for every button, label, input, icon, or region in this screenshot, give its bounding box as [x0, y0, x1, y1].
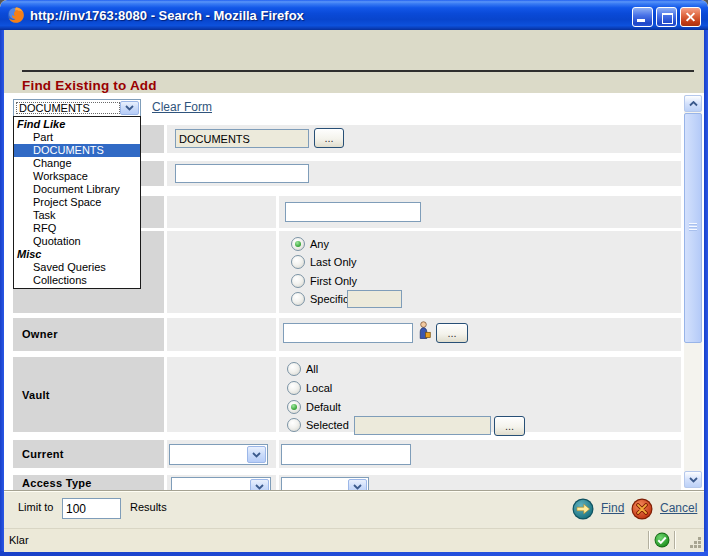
- radio-any-label: Any: [310, 238, 329, 250]
- cancel-link[interactable]: Cancel: [660, 501, 697, 515]
- vault-browse-button[interactable]: ...: [494, 416, 525, 436]
- statusbar-separator: [648, 531, 650, 549]
- type-select[interactable]: DOCUMENTS: [13, 99, 141, 117]
- dropdown-item-document-library[interactable]: Document Library: [14, 183, 140, 196]
- security-ok-icon[interactable]: [654, 532, 670, 548]
- radio-vault-selected-label: Selected: [306, 419, 349, 431]
- vertical-scrollbar[interactable]: [684, 95, 702, 488]
- type-dropdown-list[interactable]: Find Like Part DOCUMENTS Change Workspac…: [13, 116, 141, 289]
- current-field[interactable]: [281, 444, 411, 465]
- owner-operator-cell: [167, 318, 276, 351]
- limit-label: Limit to: [18, 501, 53, 513]
- limit-input[interactable]: [62, 498, 121, 519]
- vault-operator-cell: [167, 357, 276, 432]
- header-rule: [22, 70, 694, 72]
- dropdown-group-header: Find Like: [14, 118, 140, 131]
- minimize-icon: [637, 19, 645, 22]
- specific-revision-field[interactable]: [347, 290, 402, 308]
- radio-first-only[interactable]: [291, 274, 305, 288]
- close-icon: [681, 8, 700, 26]
- owner-field[interactable]: [283, 323, 413, 343]
- dropdown-item-task[interactable]: Task: [14, 209, 140, 222]
- access-type-label: Access Type: [22, 477, 92, 489]
- radio-vault-all[interactable]: [287, 362, 301, 376]
- name-field[interactable]: [175, 164, 309, 183]
- window-border-right: [704, 30, 708, 556]
- radio-vault-local-label: Local: [306, 382, 332, 394]
- row4-operator-cell: [167, 231, 276, 313]
- footer-bar: Limit to Results Find Canc: [4, 490, 704, 529]
- radio-any[interactable]: [291, 237, 305, 251]
- window-title: http://inv1763:8080 - Search - Mozilla F…: [30, 8, 304, 23]
- vault-selected-field[interactable]: [354, 416, 491, 435]
- page-title: Find Existing to Add: [22, 78, 157, 93]
- dropdown-item-rfq[interactable]: RFQ: [14, 222, 140, 235]
- chevron-down-icon[interactable]: [247, 446, 266, 463]
- results-label: Results: [130, 501, 167, 513]
- status-bar: Klar: [4, 528, 704, 552]
- dropdown-item-change[interactable]: Change: [14, 157, 140, 170]
- radio-specific-label: Specific: [310, 293, 349, 305]
- resize-grip[interactable]: [688, 535, 702, 549]
- dropdown-item-quotation[interactable]: Quotation: [14, 235, 140, 248]
- owner-browse-button[interactable]: ...: [436, 323, 468, 343]
- cancel-icon[interactable]: [631, 498, 653, 520]
- dropdown-group-header: Misc: [14, 248, 140, 261]
- radio-last-only[interactable]: [291, 255, 305, 269]
- clear-form-link[interactable]: Clear Form: [152, 100, 212, 114]
- minimize-button[interactable]: [632, 7, 653, 27]
- maximize-button[interactable]: [656, 7, 677, 27]
- scrollbar-thumb[interactable]: [684, 113, 702, 343]
- maximize-icon: [662, 13, 673, 24]
- radio-vault-default[interactable]: [287, 400, 301, 414]
- radio-first-only-label: First Only: [310, 275, 357, 287]
- page-header: Find Existing to Add: [4, 30, 704, 93]
- scrollbar-down-button[interactable]: [684, 471, 702, 488]
- statusbar-separator: [674, 531, 676, 549]
- vault-label: Vault: [22, 389, 50, 401]
- type-browse-button[interactable]: ...: [314, 128, 344, 148]
- dropdown-item-part[interactable]: Part: [14, 131, 140, 144]
- dropdown-item-saved-queries[interactable]: Saved Queries: [14, 261, 140, 274]
- radio-last-only-label: Last Only: [310, 256, 356, 268]
- current-operator-select[interactable]: [169, 444, 268, 465]
- row3-operator-cell: [167, 196, 276, 228]
- dropdown-item-workspace[interactable]: Workspace: [14, 170, 140, 183]
- person-chooser-icon[interactable]: [416, 320, 431, 340]
- current-label: Current: [22, 448, 64, 460]
- type-select-value: DOCUMENTS: [19, 102, 90, 114]
- dropdown-item-documents[interactable]: DOCUMENTS: [14, 144, 140, 157]
- radio-specific[interactable]: [291, 292, 305, 306]
- close-button[interactable]: [680, 7, 701, 27]
- owner-label: Owner: [22, 328, 58, 340]
- find-icon[interactable]: [572, 498, 594, 520]
- radio-vault-local[interactable]: [287, 381, 301, 395]
- firefox-icon: [7, 6, 25, 24]
- dropdown-item-collections[interactable]: Collections: [14, 274, 140, 287]
- find-link[interactable]: Find: [601, 501, 624, 515]
- status-text: Klar: [9, 534, 29, 546]
- scrollbar-up-button[interactable]: [684, 95, 702, 112]
- radio-vault-default-label: Default: [306, 401, 341, 413]
- dropdown-item-project-space[interactable]: Project Space: [14, 196, 140, 209]
- chevron-down-icon[interactable]: [120, 101, 139, 115]
- firefox-window: http://inv1763:8080 - Search - Mozilla F…: [0, 0, 708, 556]
- radio-vault-all-label: All: [306, 363, 318, 375]
- title-bar[interactable]: http://inv1763:8080 - Search - Mozilla F…: [0, 0, 708, 30]
- type-field[interactable]: [175, 129, 309, 148]
- radio-vault-selected[interactable]: [287, 418, 301, 432]
- revision-field[interactable]: [285, 202, 421, 222]
